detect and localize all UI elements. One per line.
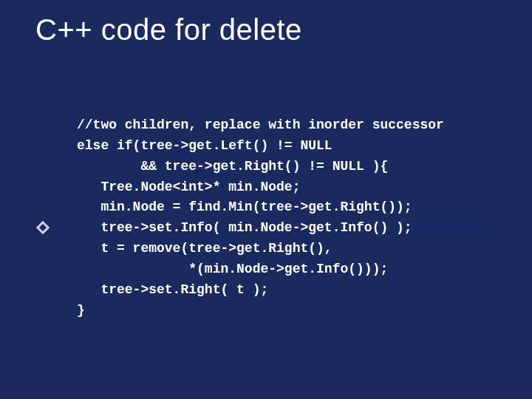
code-line: } [77,303,85,318]
code-block: //two children, replace with inorder suc… [77,95,444,342]
code-line: Tree.Node<int>* min.Node; [77,180,300,194]
code-line: t = remove(tree->get.Right(), [77,241,332,256]
code-line: //two children, replace with inorder suc… [77,117,444,132]
slide: C++ code for delete //two children, repl… [0,0,532,399]
code-line: && tree->get.Right() != NULL ){ [77,159,388,174]
line-pointer-icon [35,220,50,235]
code-line: min.Node = find.Min(tree->get.Right()); [77,200,412,214]
slide-title: C++ code for delete [35,13,302,47]
code-line: else if(tree->get.Left() != NULL [77,138,332,153]
code-line: *(min.Node->get.Info())); [77,262,388,276]
code-line: tree->set.Right( t ); [77,282,268,297]
code-line-highlighted: tree->set.Info( min.Node->get.Info() ); [77,220,412,235]
